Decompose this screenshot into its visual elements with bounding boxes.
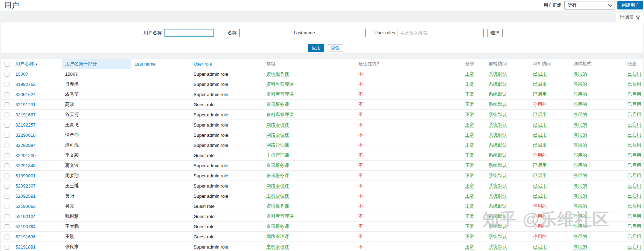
reset-button[interactable]: 重设: [328, 44, 343, 52]
frontend-access-link[interactable]: 系统默认: [489, 142, 507, 148]
debug-mode-link[interactable]: 停用的: [573, 122, 587, 128]
api-access-link[interactable]: 已启用: [533, 112, 547, 117]
api-access-link[interactable]: 已启用: [533, 193, 547, 199]
row-checkbox[interactable]: [5, 204, 9, 209]
debug-mode-link[interactable]: 停用的: [573, 81, 587, 87]
username-link[interactable]: 32291848: [15, 163, 36, 168]
user-status-link[interactable]: 已启用: [628, 203, 641, 209]
debug-mode-link[interactable]: 停用的: [573, 173, 587, 178]
debug-mode-link[interactable]: 停用的: [573, 132, 587, 138]
group-link[interactable]: 资料库管理课: [266, 91, 294, 97]
user-status-link[interactable]: 已启用: [628, 112, 641, 117]
user-status-link[interactable]: 已启用: [628, 183, 641, 189]
login-status-link[interactable]: 正常: [465, 132, 474, 138]
create-user-button[interactable]: 创建用户: [617, 1, 643, 9]
group-link[interactable]: 资讯服务课: [266, 102, 289, 107]
header-last-name[interactable]: Last name: [131, 59, 190, 69]
user-status-link[interactable]: 已启用: [628, 71, 641, 77]
frontend-access-link[interactable]: 系统默认: [489, 81, 507, 87]
row-checkbox[interactable]: [5, 224, 9, 229]
api-access-link[interactable]: 已启用: [533, 132, 547, 138]
login-status-link[interactable]: 正常: [465, 122, 474, 128]
row-checkbox[interactable]: [5, 174, 9, 178]
row-checkbox[interactable]: [5, 163, 9, 168]
api-access-link[interactable]: 已启用: [533, 244, 547, 250]
group-link[interactable]: 网路管理课: [266, 234, 289, 239]
frontend-access-link[interactable]: 系统默认: [489, 163, 507, 168]
login-status-link[interactable]: 正常: [465, 163, 474, 168]
api-access-link[interactable]: 停用的: [533, 224, 547, 229]
frontend-access-link[interactable]: 系统默认: [489, 224, 507, 229]
row-checkbox[interactable]: [5, 235, 9, 239]
frontend-access-link[interactable]: 系统默认: [489, 244, 507, 250]
debug-mode-link[interactable]: 停用的: [573, 152, 587, 158]
group-link[interactable]: 资讯服务课: [266, 71, 289, 77]
user-status-link[interactable]: 已启用: [628, 163, 641, 168]
api-access-link[interactable]: 已启用: [533, 142, 547, 148]
select-all-checkbox[interactable]: [5, 62, 9, 67]
group-link[interactable]: 资料库管理课: [266, 81, 294, 87]
user-status-link[interactable]: 已启用: [628, 132, 641, 138]
username-link[interactable]: 32192257: [15, 122, 36, 128]
login-status-link[interactable]: 正常: [465, 224, 474, 229]
username-link[interactable]: 52190104: [15, 214, 36, 219]
username-link[interactable]: 52092591: [15, 194, 36, 199]
login-status-link[interactable]: 正常: [465, 244, 474, 250]
group-link[interactable]: 资讯服务课: [266, 224, 289, 229]
api-access-link[interactable]: 已启用: [533, 71, 547, 77]
user-status-link[interactable]: 已启用: [628, 91, 641, 97]
api-access-link[interactable]: 已启用: [533, 163, 547, 168]
username-link[interactable]: 52190764: [15, 224, 36, 229]
login-status-link[interactable]: 正常: [465, 234, 474, 239]
group-link[interactable]: 资讯服务课: [266, 163, 289, 168]
login-status-link[interactable]: 正常: [465, 112, 474, 117]
username-link[interactable]: 32290894: [15, 143, 36, 148]
header-user-role[interactable]: User role: [190, 59, 263, 69]
group-link[interactable]: 网路管理课: [266, 132, 289, 138]
group-link[interactable]: 资料库管理课: [266, 213, 294, 219]
row-checkbox[interactable]: [5, 92, 9, 97]
api-access-link[interactable]: 停用的: [533, 152, 547, 158]
group-link[interactable]: 主机管理课: [266, 193, 289, 199]
user-status-link[interactable]: 已启用: [628, 193, 641, 199]
row-checkbox[interactable]: [5, 72, 9, 77]
debug-mode-link[interactable]: 停用的: [573, 193, 587, 199]
group-link[interactable]: 网路管理课: [266, 183, 289, 189]
frontend-access-link[interactable]: 系统默认: [489, 102, 507, 107]
row-checkbox[interactable]: [5, 113, 9, 117]
debug-mode-link[interactable]: 停用的: [573, 163, 587, 168]
row-checkbox[interactable]: [5, 184, 9, 189]
row-checkbox[interactable]: [5, 153, 9, 158]
group-link[interactable]: 网路管理课: [266, 122, 289, 128]
username-link[interactable]: 15007: [15, 72, 28, 77]
user-status-link[interactable]: 已启用: [628, 234, 641, 239]
api-access-link[interactable]: 已启用: [533, 81, 547, 87]
username-link[interactable]: 31990762: [15, 82, 36, 87]
row-checkbox[interactable]: [5, 245, 9, 250]
row-checkbox[interactable]: [5, 143, 9, 148]
debug-mode-link[interactable]: 停用的: [573, 213, 587, 219]
username-link[interactable]: 51990001: [15, 173, 36, 178]
group-link[interactable]: 主机管理课: [266, 152, 289, 158]
debug-mode-link[interactable]: 停用的: [573, 203, 587, 209]
login-status-link[interactable]: 正常: [465, 91, 474, 97]
group-link[interactable]: 网路管理课: [266, 142, 289, 148]
row-checkbox[interactable]: [5, 214, 9, 219]
user-status-link[interactable]: 已启用: [628, 244, 641, 250]
name-filter-input[interactable]: [239, 29, 286, 37]
frontend-access-link[interactable]: 系统默认: [489, 71, 507, 77]
login-status-link[interactable]: 正常: [465, 213, 474, 219]
login-status-link[interactable]: 正常: [465, 183, 474, 189]
header-username[interactable]: 用户名称▲: [12, 59, 62, 69]
api-access-link[interactable]: 停用的: [533, 102, 547, 107]
frontend-access-link[interactable]: 系统默认: [489, 183, 507, 189]
login-status-link[interactable]: 正常: [465, 142, 474, 148]
debug-mode-link[interactable]: 停用的: [573, 91, 587, 97]
user-roles-filter-input[interactable]: [398, 29, 484, 37]
login-status-link[interactable]: 正常: [465, 71, 474, 77]
row-checkbox[interactable]: [5, 123, 9, 128]
debug-mode-link[interactable]: 停用的: [573, 224, 587, 229]
user-status-link[interactable]: 已启用: [628, 102, 641, 107]
username-link[interactable]: 32191231: [15, 102, 36, 107]
api-access-link[interactable]: 已启用: [533, 183, 547, 189]
